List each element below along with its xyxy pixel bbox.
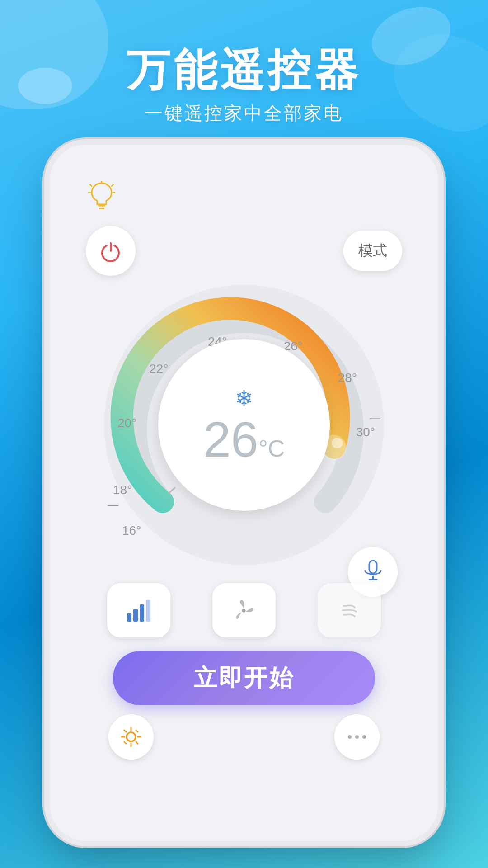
svg-rect-30: [140, 604, 144, 622]
bottom-row: [77, 714, 411, 760]
mode-label: 模式: [358, 241, 387, 261]
svg-point-43: [355, 735, 359, 739]
mode-button[interactable]: 模式: [343, 231, 402, 271]
temp-30: 30°: [356, 425, 375, 439]
svg-rect-31: [146, 600, 150, 622]
svg-line-38: [124, 730, 126, 732]
temperature-dial[interactable]: 16° 18° 20° 22° 24° 26° 28° 30° — — ❄ 26…: [104, 285, 384, 565]
snowflake-icon: ❄: [235, 386, 253, 411]
temp-28: 28°: [338, 371, 357, 385]
svg-line-41: [124, 742, 126, 744]
svg-point-44: [362, 735, 366, 739]
signal-button[interactable]: [107, 583, 170, 637]
svg-point-24: [332, 438, 343, 448]
power-button[interactable]: [86, 226, 136, 276]
svg-line-39: [136, 742, 138, 744]
svg-line-7: [168, 487, 175, 494]
temp-display-circle: ❄ 26 °C: [158, 339, 330, 511]
start-button[interactable]: 立即开始: [113, 651, 375, 705]
svg-rect-29: [133, 609, 138, 622]
temp-value: 26: [203, 415, 258, 464]
phone-content: 模式: [50, 145, 438, 841]
temp-16: 16°: [122, 524, 141, 538]
svg-rect-28: [127, 613, 131, 622]
temp-20: 20°: [117, 416, 136, 430]
app-subtitle: 一键遥控家中全部家电: [145, 101, 343, 126]
top-controls-row: 模式: [77, 226, 411, 276]
phone-mockup: 模式: [50, 145, 438, 841]
svg-line-4: [112, 184, 113, 186]
dash-right: —: [370, 411, 380, 424]
app-title: 万能遥控器: [127, 46, 361, 94]
sun-button[interactable]: [108, 714, 154, 760]
svg-line-40: [136, 730, 138, 732]
temp-unit: °C: [258, 437, 285, 460]
temp-22: 22°: [149, 362, 168, 376]
more-button[interactable]: [334, 714, 380, 760]
lightbulb-icon[interactable]: [86, 181, 117, 212]
temp-18: 18°: [113, 483, 132, 497]
start-button-text: 立即开始: [193, 662, 295, 694]
fan-button[interactable]: [212, 583, 276, 637]
bottom-controls: [77, 583, 411, 637]
svg-point-42: [348, 735, 352, 739]
svg-line-3: [90, 184, 92, 186]
lightning-button[interactable]: [318, 583, 381, 637]
svg-point-32: [242, 609, 246, 612]
dash-left: —: [108, 498, 118, 511]
app-header: 万能遥控器 一键遥控家中全部家电: [0, 0, 488, 172]
svg-point-33: [127, 732, 136, 741]
svg-rect-25: [369, 561, 377, 573]
